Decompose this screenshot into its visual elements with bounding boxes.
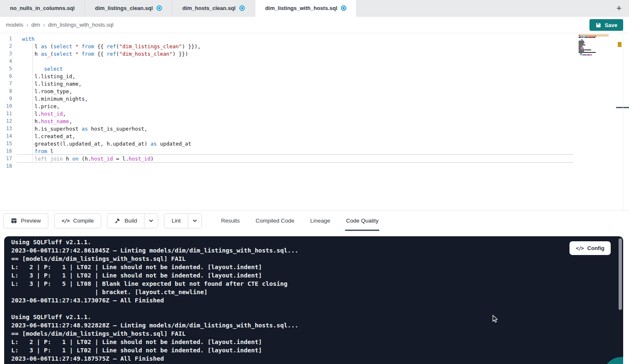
save-button[interactable]: Save bbox=[589, 19, 623, 31]
terminal-line: L: 3 | P: 5 | LT08 | Blank line expected… bbox=[11, 280, 623, 288]
editor-tab-bar: no_nulls_in_columns.sqldim_listings_clea… bbox=[0, 0, 629, 17]
breadcrumb-item[interactable]: dim_listings_with_hosts.sql bbox=[48, 22, 114, 28]
action-buttons: Preview </> Compile Build bbox=[0, 210, 202, 231]
code-line[interactable]: 13 h.is_superhost as host_is_superhost, bbox=[0, 125, 629, 132]
code-line-body: l.listing_id, bbox=[17, 72, 574, 80]
line-number: 12 bbox=[0, 117, 17, 125]
minimap-line bbox=[579, 50, 609, 50]
code-text: l.room_type, bbox=[22, 88, 72, 94]
code-line[interactable]: 8 l.room_type, bbox=[0, 87, 629, 95]
terminal-line: L: 3 | P: 1 | LT02 | Line should not be … bbox=[11, 271, 623, 280]
code-line[interactable]: 11 l.host_id, bbox=[0, 110, 629, 117]
line-number: 3 bbox=[0, 50, 17, 57]
terminal-line: == [models/dim/dim_listings_with_hosts.s… bbox=[11, 329, 623, 338]
code-line[interactable]: 3 h as (select * from {{ ref("dim_hosts_… bbox=[0, 50, 629, 57]
build-button-group: Build bbox=[107, 213, 158, 228]
code-text: select bbox=[22, 66, 63, 72]
modified-indicator-icon[interactable] bbox=[341, 5, 346, 11]
minimap-line bbox=[579, 37, 609, 38]
line-number: 11 bbox=[0, 110, 17, 117]
editor-scrollbar-track[interactable] bbox=[623, 33, 623, 210]
minimap-line bbox=[579, 46, 609, 47]
terminal-line: 2023-06-06T11:27:42.861845Z – Linting mo… bbox=[11, 246, 623, 255]
editor-minimap[interactable] bbox=[579, 34, 609, 57]
code-line[interactable]: 16 from l bbox=[0, 147, 629, 155]
terminal-line: Using SQLFluff v2.1.1. bbox=[11, 313, 623, 321]
result-tab-lineage[interactable]: Lineage bbox=[309, 210, 331, 231]
code-line[interactable]: 17 left join h on (h.host_id = l.host_id… bbox=[0, 155, 629, 162]
line-number: 5 bbox=[0, 65, 17, 72]
breadcrumb-separator-icon: › bbox=[26, 21, 28, 28]
save-icon bbox=[595, 22, 602, 28]
preview-button[interactable]: Preview bbox=[3, 213, 48, 228]
lint-button[interactable]: Lint bbox=[164, 214, 188, 228]
build-button-label: Build bbox=[124, 218, 137, 224]
save-button-label: Save bbox=[605, 22, 617, 28]
code-line[interactable]: 12 h.host_name, bbox=[0, 117, 629, 125]
code-line[interactable]: 14 l.created_at, bbox=[0, 132, 629, 140]
compile-button[interactable]: </> Compile bbox=[54, 213, 101, 228]
code-text: greatest(l.updated_at, h.updated_at) as … bbox=[22, 141, 191, 147]
file-tab-label: dim_hosts_clean.sql bbox=[182, 5, 236, 11]
config-button[interactable]: </> Config bbox=[569, 241, 611, 255]
file-tab[interactable]: dim_listings_with_hosts.sql bbox=[255, 0, 357, 17]
terminal-line: 2023-06-06T11:27:49.187575Z – All Finish… bbox=[11, 354, 623, 363]
modified-indicator-icon[interactable] bbox=[157, 5, 162, 11]
terminal-output: Using SQLFluff v2.1.1.2023-06-06T11:27:4… bbox=[4, 236, 623, 363]
file-tab[interactable]: no_nulls_in_columns.sql bbox=[0, 0, 85, 16]
line-number: 8 bbox=[0, 87, 17, 95]
code-line-body: l.room_type, bbox=[17, 87, 574, 95]
code-pane[interactable]: 1with2 l as (select * from {{ ref("dim_l… bbox=[0, 35, 629, 210]
code-line-body: l.minimum_nights, bbox=[17, 95, 574, 102]
code-line[interactable]: 4 bbox=[0, 57, 629, 65]
code-line[interactable]: 15 greatest(l.updated_at, h.updated_at) … bbox=[0, 140, 629, 147]
code-line-body: h as (select * from {{ ref("dim_hosts_cl… bbox=[17, 50, 574, 57]
code-text: l.host_id, bbox=[22, 111, 66, 117]
minimap-line bbox=[579, 56, 609, 57]
config-button-label: Config bbox=[587, 245, 604, 251]
breadcrumb-item[interactable]: dim bbox=[31, 22, 40, 28]
code-line-body: h.is_superhost as host_is_superhost, bbox=[17, 125, 574, 132]
result-tab-code-quality[interactable]: Code Quality bbox=[345, 210, 379, 231]
code-editor[interactable]: 1with2 l as (select * from {{ ref("dim_l… bbox=[0, 33, 629, 210]
code-line[interactable]: 10 l.price, bbox=[0, 102, 629, 110]
terminal-panel[interactable]: Using SQLFluff v2.1.1.2023-06-06T11:27:4… bbox=[4, 236, 623, 364]
lint-button-group: Lint bbox=[164, 213, 202, 228]
line-number: 4 bbox=[0, 57, 17, 65]
code-line-body bbox=[17, 162, 574, 170]
file-tab-label: dim_listings_clean.sql bbox=[95, 5, 153, 11]
line-number: 17 bbox=[0, 155, 17, 162]
code-line[interactable]: 18 bbox=[0, 162, 629, 170]
minimap-line bbox=[579, 41, 609, 42]
code-line[interactable]: 1with bbox=[0, 35, 629, 42]
minimap-line bbox=[579, 43, 609, 44]
result-tab-results[interactable]: Results bbox=[220, 210, 241, 231]
code-line[interactable]: 9 l.minimum_nights, bbox=[0, 95, 629, 102]
minimap-line bbox=[579, 40, 609, 40]
result-tab-compiled-code[interactable]: Compiled Code bbox=[255, 210, 295, 231]
file-tab[interactable]: dim_listings_clean.sql bbox=[85, 0, 172, 16]
file-tab-label: dim_listings_with_hosts.sql bbox=[265, 5, 337, 11]
minimap-line bbox=[579, 48, 609, 49]
minimap-line bbox=[579, 38, 609, 39]
minimap-viewport[interactable] bbox=[579, 34, 609, 37]
build-button[interactable]: Build bbox=[107, 214, 144, 228]
chevron-down-icon bbox=[192, 218, 197, 223]
overview-ruler-warning-marker bbox=[618, 42, 622, 47]
code-line[interactable]: 7 l.listing_name, bbox=[0, 80, 629, 87]
code-line-body: l.host_id, bbox=[17, 110, 574, 117]
file-header-bar: models›dim›dim_listings_with_hosts.sql S… bbox=[0, 17, 629, 33]
code-line[interactable]: 6 l.listing_id, bbox=[0, 72, 629, 80]
breadcrumb-item[interactable]: models bbox=[6, 22, 23, 28]
file-tab[interactable]: dim_hosts_clean.sql bbox=[172, 0, 255, 16]
new-tab-button[interactable]: + bbox=[613, 2, 625, 14]
modified-indicator-icon[interactable] bbox=[239, 5, 245, 11]
code-line-body: l.created_at, bbox=[17, 132, 574, 140]
code-line[interactable]: 2 l as (select * from {{ ref("dim_listin… bbox=[0, 42, 629, 50]
action-toolbar: Preview </> Compile Build bbox=[0, 210, 629, 231]
code-line[interactable]: 5 select bbox=[0, 65, 629, 72]
terminal-line bbox=[11, 305, 623, 313]
lint-dropdown-button[interactable] bbox=[188, 214, 201, 228]
terminal-scrollbar-thumb[interactable] bbox=[619, 238, 622, 310]
build-dropdown-button[interactable] bbox=[144, 214, 158, 228]
